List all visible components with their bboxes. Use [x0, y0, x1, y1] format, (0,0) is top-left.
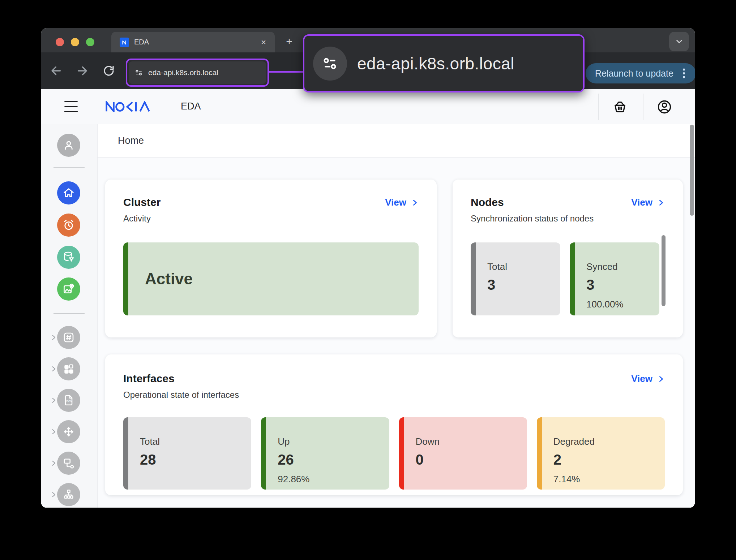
eda-app: NOKIA EDA: [41, 89, 695, 508]
reload-button[interactable]: [102, 64, 115, 77]
sidebar-user-avatar[interactable]: [57, 134, 80, 157]
sidebar-group-workflow[interactable]: [57, 452, 80, 475]
tab-search-chevron-button[interactable]: [669, 32, 689, 51]
sidebar-item-queries[interactable]: [57, 246, 80, 269]
basket-icon: [612, 99, 628, 115]
sidebar-item-alarms[interactable]: [57, 214, 80, 237]
tile-percent: 100.00%: [586, 299, 659, 310]
window-close-button[interactable]: [56, 38, 64, 46]
account-button[interactable]: [656, 99, 672, 115]
chevron-right-icon: [657, 375, 665, 383]
interfaces-degraded-tile: Degraded 2 7.14%: [537, 417, 665, 490]
database-filter-icon: [62, 251, 75, 264]
url-text: eda-api.k8s.orb.local: [148, 68, 218, 77]
chevron-right-icon: [411, 199, 419, 207]
json-file-icon: JSON: [62, 394, 75, 407]
interfaces-up-tile: Up 26 92.86%: [261, 417, 389, 490]
view-label: View: [631, 373, 652, 384]
reload-icon: [102, 64, 115, 77]
interfaces-view-link[interactable]: View: [631, 373, 665, 384]
view-label: View: [385, 197, 406, 208]
user-avatar-icon: [62, 139, 75, 152]
nodes-card-title: Nodes: [471, 196, 504, 208]
tab-close-icon[interactable]: ×: [258, 37, 269, 48]
sidebar-item-home[interactable]: [57, 181, 80, 204]
tile-label: Synced: [586, 261, 659, 272]
tile-value: 28: [140, 452, 251, 468]
callout-url-text: eda-api.k8s.orb.local: [357, 54, 514, 73]
new-tab-button[interactable]: +: [283, 35, 296, 48]
chevron-right-icon: [657, 199, 665, 207]
apps-grid-icon: [62, 362, 75, 375]
tile-value: 26: [278, 452, 389, 468]
site-settings-badge: [313, 47, 347, 81]
alarm-clock-icon: [62, 219, 75, 232]
org-tree-icon: [62, 488, 75, 501]
workflow-icon: [62, 457, 75, 470]
eda-favicon: [120, 38, 129, 47]
site-settings-icon: [321, 55, 339, 73]
tile-label: Total: [487, 261, 560, 272]
main-content: Home Cluster View: [98, 124, 695, 508]
nodes-total-tile: Total 3: [471, 242, 560, 315]
browser-tab-eda[interactable]: EDA ×: [111, 32, 275, 52]
forward-arrow-icon: [76, 64, 89, 77]
account-circle-icon: [656, 99, 672, 115]
sidebar-group-hash[interactable]: [57, 326, 80, 349]
interfaces-total-tile: Total 28: [123, 417, 251, 490]
sidebar-divider: [54, 313, 85, 314]
app-header: NOKIA EDA: [41, 89, 695, 124]
relaunch-to-update-button[interactable]: Relaunch to update: [586, 63, 695, 83]
page-scrollbar-thumb[interactable]: [690, 125, 694, 216]
interfaces-card-subtitle: Operational state of interfaces: [123, 390, 239, 400]
url-bar[interactable]: eda-api.k8s.orb.local: [129, 61, 266, 84]
screenshot-canvas: EDA × + eda-api.k8s.orb.local: [0, 0, 736, 560]
tile-value: 3: [487, 277, 560, 293]
window-zoom-button[interactable]: [86, 38, 94, 46]
sidebar-group-tree[interactable]: [57, 483, 80, 506]
sidebar-group-move[interactable]: [57, 420, 80, 443]
sidebar-item-topology-map[interactable]: [57, 277, 80, 301]
hamburger-menu-button[interactable]: [64, 101, 78, 112]
expand-chevron-icon[interactable]: [50, 428, 57, 435]
tile-label: Degraded: [553, 436, 665, 447]
window-minimize-button[interactable]: [71, 38, 79, 46]
breadcrumb-home[interactable]: Home: [118, 135, 144, 146]
callout-connector-line: [268, 71, 304, 73]
dashboard-page: Cluster View Activity Active: [98, 158, 695, 508]
card-scrollbar-thumb[interactable]: [662, 235, 666, 306]
tile-label: Down: [416, 436, 527, 447]
cluster-status-value: Active: [145, 270, 193, 288]
expand-chevron-icon[interactable]: [50, 460, 57, 467]
kebab-menu-icon: [679, 68, 689, 79]
tile-value: 2: [553, 452, 665, 468]
home-icon: [62, 186, 75, 199]
sidebar-group-json[interactable]: JSON: [57, 389, 80, 412]
cluster-status-tile: Active: [123, 242, 419, 315]
chevron-down-icon: [675, 37, 684, 46]
sidebar-divider: [54, 167, 85, 168]
app-body: JSON: [41, 124, 695, 508]
back-arrow-icon: [50, 64, 63, 77]
expand-chevron-icon[interactable]: [50, 365, 57, 372]
nodes-view-link[interactable]: View: [631, 197, 665, 208]
forward-button[interactable]: [76, 64, 89, 77]
expand-chevron-icon[interactable]: [50, 491, 57, 498]
move-arrows-icon: [62, 425, 75, 438]
interfaces-down-tile: Down 0: [399, 417, 527, 490]
sidebar: JSON: [41, 124, 98, 508]
url-zoom-callout: eda-api.k8s.orb.local: [303, 34, 585, 92]
cluster-view-link[interactable]: View: [385, 197, 419, 208]
site-settings-icon: [134, 68, 143, 77]
sidebar-group-apps[interactable]: [57, 357, 80, 380]
store-basket-button[interactable]: [612, 99, 628, 115]
interfaces-card-title: Interfaces: [123, 372, 239, 385]
back-button[interactable]: [50, 64, 63, 77]
browser-window: EDA × + eda-api.k8s.orb.local: [41, 28, 695, 508]
image-location-icon: [62, 283, 75, 296]
expand-chevron-icon[interactable]: [50, 397, 57, 404]
expand-chevron-icon[interactable]: [50, 334, 57, 341]
url-bar-highlight: eda-api.k8s.orb.local: [126, 59, 269, 87]
hash-square-icon: [62, 331, 75, 344]
relaunch-label: Relaunch to update: [595, 68, 673, 79]
